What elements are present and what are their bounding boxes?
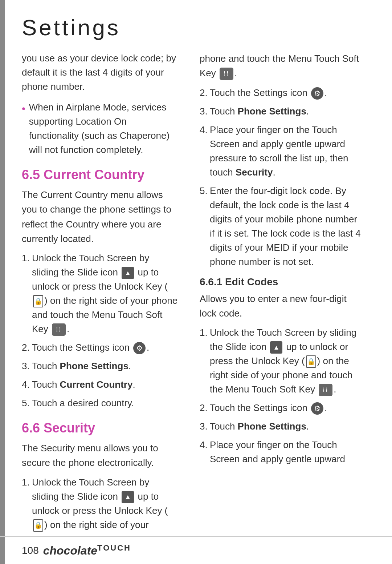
left-column: you use as your device lock code; by def… xyxy=(0,48,189,540)
page-title-area: Settings xyxy=(0,0,392,48)
subsection-661-body: Allows you to enter a new four-digit loc… xyxy=(200,291,363,321)
step-content: Touch Phone Settings. xyxy=(32,359,178,373)
step-content: Touch the Settings icon . xyxy=(32,341,178,355)
unlock-icon: 🔒 xyxy=(306,355,316,368)
step-content: Touch the Settings icon . xyxy=(210,401,363,415)
unlock-icon: 🔒 xyxy=(33,295,43,307)
step-content: Touch the Settings icon . xyxy=(210,86,363,100)
list-item: 4. Place your finger on the Touch Screen… xyxy=(200,123,363,180)
footer-brand: chocolateTOUCH xyxy=(43,543,131,557)
step-num: 3. xyxy=(200,104,210,118)
step-content: Place your finger on the Touch Screen an… xyxy=(210,123,363,180)
section-65-steps: 1. Unlock the Touch Screen by sliding th… xyxy=(22,251,178,410)
step-content: Touch Current Country. xyxy=(32,378,178,392)
settings-icon xyxy=(311,402,323,415)
right-column: phone and touch the Menu Touch Soft Key … xyxy=(189,48,377,540)
step-num: 5. xyxy=(22,396,32,410)
step-num: 4. xyxy=(22,378,32,392)
step-num: 1. xyxy=(22,475,32,490)
step-content: Place your finger on the Touch Screen an… xyxy=(210,438,363,466)
section-65-body: The Current Country menu allows you to c… xyxy=(22,188,178,246)
step-content: Touch Phone Settings. xyxy=(210,104,363,118)
step-num: 1. xyxy=(22,251,32,265)
list-item: 5. Touch a desired country. xyxy=(22,396,178,410)
section-66-steps: 1. Unlock the Touch Screen by sliding th… xyxy=(22,475,178,532)
section-65-heading: 6.5 Current Country xyxy=(22,167,178,182)
bullet-dot: • xyxy=(22,101,25,116)
list-item: 4. Place your finger on the Touch Screen… xyxy=(200,438,363,466)
page: Settings you use as your device lock cod… xyxy=(0,0,392,564)
list-item: 1. Unlock the Touch Screen by sliding th… xyxy=(22,475,178,532)
step-content: Unlock the Touch Screen by sliding the S… xyxy=(32,475,178,532)
step-content: Unlock the Touch Screen by sliding the S… xyxy=(32,251,178,336)
brand-suffix: TOUCH xyxy=(97,543,131,552)
bullet-item-airplane: • When in Airplane Mode, services suppor… xyxy=(22,100,178,157)
menu-icon xyxy=(220,68,233,80)
list-item: 2. Touch the Settings icon . xyxy=(22,341,178,355)
menu-icon xyxy=(52,323,66,336)
menu-icon xyxy=(319,384,332,396)
step-content: Touch a desired country. xyxy=(32,396,178,410)
brand-name: chocolate xyxy=(43,544,97,557)
step-num: 2. xyxy=(200,86,210,100)
subsection-661-heading: 6.6.1 Edit Codes xyxy=(200,276,363,288)
list-item: 5. Enter the four-digit lock code. By de… xyxy=(200,184,363,269)
list-item: 4. Touch Current Country. xyxy=(22,378,178,392)
content-columns: you use as your device lock code; by def… xyxy=(0,48,392,562)
unlock-icon: 🔒 xyxy=(33,519,43,532)
step-num: 2. xyxy=(22,341,32,355)
page-footer: 108 chocolateTOUCH xyxy=(0,536,392,564)
list-item: 3. Touch Phone Settings. xyxy=(200,419,363,434)
section-66-body: The Security menu allows you to secure t… xyxy=(22,441,178,470)
slide-icon xyxy=(122,491,134,503)
step-content: Touch Phone Settings. xyxy=(210,419,363,434)
step-content: Unlock the Touch Screen by sliding the S… xyxy=(210,326,363,396)
step-num: 5. xyxy=(200,184,210,198)
step-num: 4. xyxy=(200,438,210,452)
list-item: 2. Touch the Settings icon . xyxy=(200,86,363,100)
intro-para1: you use as your device lock code; by def… xyxy=(22,51,178,94)
step-content: Enter the four-digit lock code. By defau… xyxy=(210,184,363,269)
slide-icon xyxy=(122,267,134,279)
step-num: 3. xyxy=(22,359,32,373)
subsection-661-steps: 1. Unlock the Touch Screen by sliding th… xyxy=(200,326,363,466)
settings-icon xyxy=(133,342,146,354)
section-66-heading: 6.6 Security xyxy=(22,420,178,436)
step-num: 1. xyxy=(200,326,210,340)
step-num: 2. xyxy=(200,401,210,415)
right-intro-step: phone and touch the Menu Touch Soft Key … xyxy=(200,51,363,81)
list-item: 3. Touch Phone Settings. xyxy=(200,104,363,118)
list-item: 1. Unlock the Touch Screen by sliding th… xyxy=(22,251,178,336)
footer-page-number: 108 xyxy=(22,545,39,556)
slide-icon xyxy=(270,341,282,354)
step-num: 4. xyxy=(200,123,210,137)
page-title: Settings xyxy=(22,15,374,40)
list-item: 3. Touch Phone Settings. xyxy=(22,359,178,373)
list-item: 2. Touch the Settings icon . xyxy=(200,401,363,415)
settings-icon xyxy=(311,87,323,100)
bullet-text: When in Airplane Mode, services supporti… xyxy=(29,100,178,157)
list-item: 1. Unlock the Touch Screen by sliding th… xyxy=(200,326,363,396)
step-num: 3. xyxy=(200,419,210,434)
right-steps-top: 2. Touch the Settings icon . 3. Touch Ph… xyxy=(200,86,363,269)
left-accent-bar xyxy=(0,0,5,564)
